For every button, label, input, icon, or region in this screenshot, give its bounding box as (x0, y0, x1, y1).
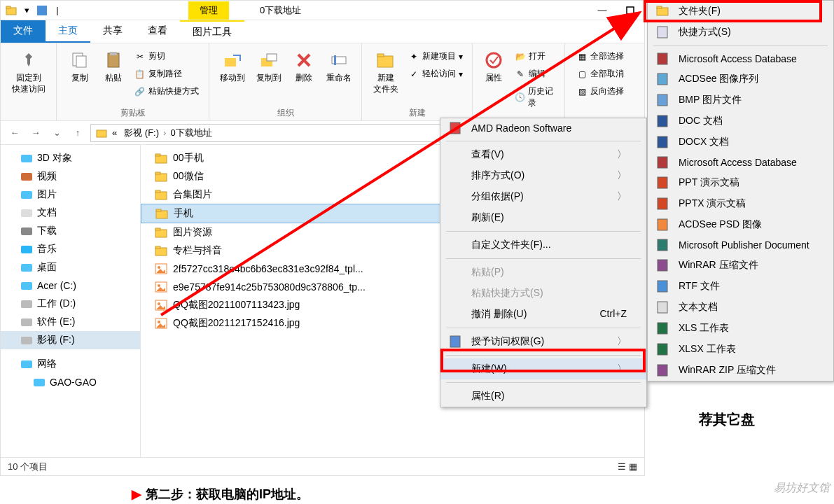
submenu-item[interactable]: PPT 演示文稿 (648, 172, 833, 193)
svg-rect-69 (658, 344, 667, 355)
crumb-drive[interactable]: 影视 (F:) (121, 127, 162, 139)
copypath-button[interactable]: 📋复制路径 (132, 66, 202, 81)
pasteshortcut-button[interactable]: 🔗粘贴快捷方式 (132, 84, 202, 99)
breadcrumb[interactable]: « 影视 (F:) › 0下载地址 ⌄ (90, 124, 464, 142)
tree-item[interactable]: 3D 对象 (1, 149, 140, 167)
menu-item[interactable]: 授予访问权限(G)〉 (440, 331, 646, 352)
submenu-item[interactable]: WinRAR ZIP 压缩文件 (648, 360, 833, 381)
qat-save[interactable] (36, 4, 48, 17)
tree-item[interactable]: 影视 (F:) (1, 331, 140, 349)
xls-icon (656, 322, 669, 335)
easyaccess-button[interactable]: ✓轻松访问 ▾ (405, 66, 466, 81)
image-icon (155, 299, 167, 312)
details-view-button[interactable]: ☰ (618, 461, 626, 472)
desktop-icon (20, 261, 33, 274)
tree-item[interactable]: 视频 (1, 167, 140, 186)
submenu-item[interactable]: ACDSee PSD 图像 (648, 214, 833, 235)
menu-item[interactable]: 分组依据(P)〉 (440, 186, 646, 207)
newfolder-button[interactable]: 新建文件夹 (369, 46, 403, 97)
submenu-item[interactable]: 快捷方式(S) (648, 22, 833, 43)
rename-button[interactable]: 重命名 (322, 46, 356, 87)
submenu-item[interactable]: XLSX 工作表 (648, 339, 833, 360)
tree-item[interactable]: 桌面 (1, 258, 140, 276)
svg-point-43 (158, 266, 160, 269)
chevron-right-icon: 〉 (617, 190, 627, 203)
pin-button[interactable]: 固定到快速访问 (8, 46, 50, 97)
submenu-item[interactable]: ACDSee 图像序列 (648, 69, 833, 90)
submenu-item[interactable]: WinRAR 压缩文件 (648, 255, 833, 276)
copyto-button[interactable]: 复制到 (252, 46, 286, 87)
submenu-item[interactable]: RTF 文件 (648, 276, 833, 297)
tab-view[interactable]: 查看 (135, 20, 180, 43)
tab-home[interactable]: 主页 (46, 20, 90, 43)
submenu-item[interactable]: Microsoft Access Database (648, 153, 833, 172)
svg-rect-66 (658, 281, 667, 292)
copy-button[interactable]: 复制 (64, 46, 95, 87)
tab-file[interactable]: 文件 (1, 20, 46, 43)
submenu-item[interactable]: XLS 工作表 (648, 318, 833, 339)
submenu-item[interactable]: PPTX 演示文稿 (648, 193, 833, 214)
submenu-item[interactable]: DOC 文档 (648, 111, 833, 132)
tree-item[interactable]: GAO-GAO (1, 373, 140, 391)
menu-item[interactable]: 刷新(E) (440, 207, 646, 228)
paste-button[interactable]: 粘贴 (98, 46, 129, 87)
tree-item[interactable]: 音乐 (1, 240, 140, 258)
tab-share[interactable]: 共享 (90, 20, 135, 43)
paste-icon (102, 49, 125, 71)
selectall-button[interactable]: ▦全部选择 (574, 49, 627, 64)
svg-rect-53 (657, 6, 662, 8)
menu-item[interactable]: 排序方式(O)〉 (440, 165, 646, 186)
submenu-item[interactable]: Microsoft Publisher Document (648, 235, 833, 255)
back-button[interactable]: ← (6, 125, 23, 141)
newfolder-icon (375, 49, 397, 71)
qat-arrow[interactable]: ▾ (20, 4, 33, 17)
folder-icon (95, 127, 108, 139)
doc-icon (20, 206, 33, 219)
submenu-item[interactable]: 文件夹(F) (648, 1, 833, 22)
tree-item[interactable]: 下载 (1, 222, 140, 240)
delete-button[interactable]: 删除 (289, 46, 319, 87)
ribbon-tabs: 文件 主页 共享 查看 图片工具 (1, 20, 644, 43)
up-button[interactable]: ↑ (69, 125, 86, 141)
minimize-button[interactable]: — (588, 1, 616, 20)
moveto-button[interactable]: 移动到 (216, 46, 249, 87)
tree-item[interactable]: 文档 (1, 204, 140, 222)
menu-item[interactable]: 属性(R) (440, 386, 646, 407)
menu-item[interactable]: 自定义文件夹(F)... (440, 234, 646, 255)
properties-button[interactable]: 属性 (478, 46, 509, 87)
submenu-item[interactable]: DOCX 文档 (648, 132, 833, 153)
selectnone-button[interactable]: ▢全部取消 (574, 66, 627, 81)
cut-button[interactable]: ✂剪切 (132, 49, 202, 64)
newitem-button[interactable]: ✦新建项目 ▾ (405, 49, 466, 64)
menu-item[interactable]: 新建(W)〉 (440, 358, 646, 379)
download-icon (20, 225, 33, 237)
history-button[interactable]: 🕓历史记录 (512, 84, 559, 111)
open-button[interactable]: 📂打开 (512, 49, 559, 64)
forward-button[interactable]: → (27, 125, 44, 141)
submenu-item[interactable]: BMP 图片文件 (648, 90, 833, 111)
tree-item[interactable]: 软件 (E:) (1, 313, 140, 331)
tree-item[interactable]: Acer (C:) (1, 276, 140, 295)
submenu-item[interactable]: Microsoft Access Database (648, 49, 833, 69)
menu-item[interactable]: AMD Radeon Software (440, 118, 646, 138)
menu-item[interactable]: 撤消 删除(U)Ctrl+Z (440, 304, 646, 325)
acdsee-icon (656, 73, 669, 85)
history-icon: 🕓 (515, 92, 525, 103)
tab-picture-tools[interactable]: 图片工具 (180, 20, 244, 43)
music-icon (20, 243, 33, 255)
invert-button[interactable]: ▨反向选择 (574, 84, 627, 99)
thumbnails-view-button[interactable]: ▦ (629, 461, 637, 472)
recent-button[interactable]: ⌄ (48, 125, 65, 141)
tree-item[interactable]: 网络 (1, 355, 140, 373)
svg-rect-17 (21, 155, 32, 162)
maximize-button[interactable] (616, 1, 644, 20)
crumb-folder[interactable]: 0下载地址 (167, 127, 214, 139)
tree-item[interactable]: 图片 (1, 186, 140, 204)
svg-rect-36 (156, 211, 167, 218)
svg-rect-3 (627, 7, 634, 14)
edit-button[interactable]: ✎编辑 (512, 66, 559, 81)
amd-icon (449, 122, 461, 134)
tree-item[interactable]: 工作 (D:) (1, 295, 140, 313)
submenu-item[interactable]: 文本文档 (648, 297, 833, 318)
menu-item[interactable]: 查看(V)〉 (440, 144, 646, 165)
